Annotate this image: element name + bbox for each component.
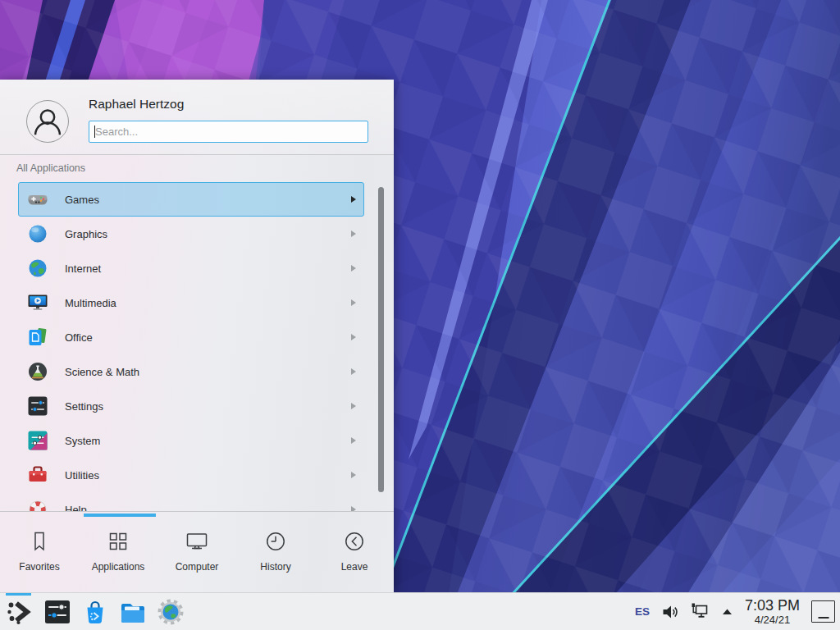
category-item-system[interactable]: System	[18, 423, 364, 458]
category-label: Utilities	[65, 469, 351, 482]
tab-history[interactable]: History	[236, 512, 315, 592]
discover-icon	[81, 598, 109, 626]
scrollbar-thumb[interactable]	[378, 187, 384, 492]
launcher-header: Raphael Hertzog	[0, 80, 394, 154]
header-separator	[0, 154, 394, 155]
section-label: All Applications	[16, 162, 85, 174]
submenu-arrow-icon	[351, 196, 356, 203]
category-label: Help	[65, 504, 351, 512]
user-avatar[interactable]	[26, 100, 69, 143]
category-label: System	[65, 435, 351, 447]
tab-label: History	[260, 561, 290, 573]
show-desktop-button[interactable]	[811, 600, 835, 623]
category-item-utilities[interactable]: Utilities	[18, 458, 364, 492]
web-browser-button[interactable]	[157, 598, 185, 626]
file-manager-button[interactable]	[119, 598, 147, 626]
tab-applications[interactable]: Applications	[79, 512, 158, 592]
keyboard-layout-indicator[interactable]: ES	[635, 605, 650, 618]
search-input[interactable]	[89, 121, 368, 142]
folder-icon	[119, 598, 147, 626]
submenu-arrow-icon	[351, 334, 356, 340]
gamepad-icon	[27, 189, 48, 210]
volume-icon[interactable]	[661, 603, 679, 621]
taskbar: ES	[0, 592, 840, 630]
category-label: Science & Math	[65, 366, 351, 378]
toolbox-icon	[27, 464, 48, 486]
tab-label: Computer	[176, 561, 219, 573]
category-item-internet[interactable]: Internet	[18, 251, 364, 285]
tab-label: Favorites	[19, 561, 59, 573]
category-label: Office	[65, 331, 351, 344]
category-label: Settings	[65, 400, 351, 413]
tab-label: Applications	[92, 561, 145, 573]
web-browser-icon	[157, 598, 185, 626]
category-item-help[interactable]: Help	[18, 492, 364, 511]
category-label: Graphics	[65, 228, 351, 240]
computer-icon	[185, 529, 209, 554]
globe-icon	[27, 258, 48, 279]
expand-tray-icon[interactable]	[721, 605, 733, 618]
text-cursor	[94, 126, 95, 138]
clock-date: 4/24/21	[755, 614, 790, 626]
submenu-arrow-icon	[351, 437, 356, 444]
tab-computer[interactable]: Computer	[158, 512, 236, 592]
settings-sliders-icon	[27, 395, 48, 417]
tab-label: Leave	[341, 561, 368, 573]
category-item-graphics[interactable]: Graphics	[18, 217, 364, 251]
tab-favorites[interactable]: Favorites	[0, 512, 79, 592]
submenu-arrow-icon	[351, 472, 356, 478]
leave-icon	[342, 529, 367, 554]
show-desktop-icon	[818, 617, 829, 619]
submenu-arrow-icon	[351, 403, 356, 409]
submenu-arrow-icon	[351, 368, 356, 375]
lifebuoy-icon	[27, 499, 48, 511]
category-label: Internet	[65, 262, 351, 275]
digital-clock[interactable]: 7:03 PM 4/24/21	[745, 598, 800, 626]
sphere-icon	[27, 223, 48, 244]
submenu-arrow-icon	[351, 299, 356, 306]
submenu-arrow-icon	[351, 231, 356, 237]
user-name: Raphael Hertzog	[89, 97, 184, 112]
bookmark-icon	[27, 529, 52, 554]
discover-button[interactable]	[81, 598, 109, 626]
search-field[interactable]	[89, 121, 368, 143]
category-list: Games Graphics	[0, 182, 394, 511]
media-screen-icon	[27, 292, 48, 313]
tab-bar: Favorites Applications Computer	[0, 511, 394, 592]
history-clock-icon	[263, 529, 288, 554]
wired-network-icon[interactable]	[691, 602, 710, 621]
system-settings-button[interactable]	[43, 598, 71, 626]
desktop: Raphael Hertzog All Applications	[0, 0, 840, 630]
flask-icon	[27, 361, 48, 382]
clock-time: 7:03 PM	[745, 598, 800, 614]
active-task-indicator	[6, 593, 31, 596]
active-tab-indicator	[84, 514, 156, 517]
app-launcher-button[interactable]	[6, 598, 34, 626]
category-item-settings[interactable]: Settings	[18, 389, 364, 423]
user-icon	[27, 101, 68, 142]
category-item-multimedia[interactable]: Multimedia	[18, 285, 364, 320]
submenu-arrow-icon	[351, 265, 356, 272]
kde-launcher-icon	[6, 598, 34, 626]
category-label: Multimedia	[65, 297, 351, 309]
category-label: Games	[65, 194, 351, 206]
category-item-office[interactable]: Office	[18, 320, 364, 354]
tab-leave[interactable]: Leave	[315, 512, 394, 592]
documents-icon	[27, 326, 48, 348]
system-settings-icon	[43, 598, 71, 626]
taskbar-pinned-apps	[0, 593, 185, 630]
category-item-science-math[interactable]: Science & Math	[18, 354, 364, 389]
system-tray: ES	[635, 593, 840, 630]
application-launcher-menu: Raphael Hertzog All Applications	[0, 80, 394, 592]
app-grid-icon	[106, 529, 130, 554]
category-item-games[interactable]: Games	[18, 182, 364, 217]
system-sliders-icon	[27, 430, 48, 451]
